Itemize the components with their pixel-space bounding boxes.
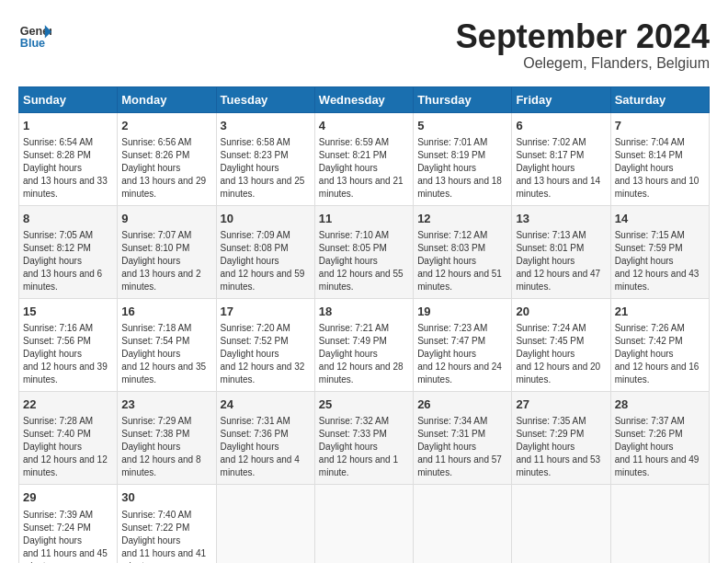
calendar-week: 15Sunrise: 7:16 AMSunset: 7:56 PMDayligh… (19, 298, 710, 391)
table-row: 11Sunrise: 7:10 AMSunset: 8:05 PMDayligh… (314, 205, 413, 298)
day-number: 28 (615, 396, 705, 413)
day-number: 27 (516, 396, 606, 413)
day-number: 9 (121, 211, 211, 227)
table-row (512, 485, 610, 563)
table-row: 23Sunrise: 7:29 AMSunset: 7:38 PMDayligh… (118, 392, 216, 485)
day-number: 24 (221, 396, 311, 413)
day-info: Sunrise: 7:40 AMSunset: 7:22 PMDaylight … (121, 509, 211, 563)
day-info: Sunrise: 7:21 AMSunset: 7:49 PMDaylight … (319, 322, 409, 386)
table-row: 3Sunrise: 6:58 AMSunset: 8:23 PMDaylight… (216, 112, 314, 205)
day-info: Sunrise: 7:26 AMSunset: 7:42 PMDaylight … (615, 322, 705, 386)
table-row: 10Sunrise: 7:09 AMSunset: 8:08 PMDayligh… (216, 205, 314, 298)
day-number: 12 (417, 211, 507, 227)
day-info: Sunrise: 7:37 AMSunset: 7:26 PMDaylight … (615, 415, 705, 479)
day-info: Sunrise: 7:28 AMSunset: 7:40 PMDaylight … (23, 415, 113, 479)
day-number: 21 (615, 304, 705, 320)
table-row: 20Sunrise: 7:24 AMSunset: 7:45 PMDayligh… (512, 298, 610, 391)
col-wednesday: Wednesday (314, 86, 413, 112)
day-info: Sunrise: 7:02 AMSunset: 8:17 PMDaylight … (516, 136, 606, 201)
calendar-week: 8Sunrise: 7:05 AMSunset: 8:12 PMDaylight… (19, 205, 710, 298)
day-number: 14 (615, 211, 705, 227)
table-row: 28Sunrise: 7:37 AMSunset: 7:26 PMDayligh… (610, 392, 709, 485)
title-block: September 2024 Oelegem, Flanders, Belgiu… (456, 18, 710, 72)
day-number: 6 (516, 118, 606, 134)
table-row: 24Sunrise: 7:31 AMSunset: 7:36 PMDayligh… (216, 392, 314, 485)
day-number: 17 (221, 304, 311, 320)
table-row: 12Sunrise: 7:12 AMSunset: 8:03 PMDayligh… (414, 205, 512, 298)
table-row: 6Sunrise: 7:02 AMSunset: 8:17 PMDaylight… (512, 112, 610, 205)
table-row: 13Sunrise: 7:13 AMSunset: 8:01 PMDayligh… (512, 205, 610, 298)
day-number: 16 (121, 304, 211, 320)
table-row: 1Sunrise: 6:54 AMSunset: 8:28 PMDaylight… (19, 112, 118, 205)
calendar-week: 22Sunrise: 7:28 AMSunset: 7:40 PMDayligh… (19, 392, 710, 485)
table-row: 2Sunrise: 6:56 AMSunset: 8:26 PMDaylight… (118, 112, 216, 205)
day-info: Sunrise: 7:31 AMSunset: 7:36 PMDaylight … (221, 415, 311, 479)
table-row: 17Sunrise: 7:20 AMSunset: 7:52 PMDayligh… (216, 298, 314, 391)
day-info: Sunrise: 7:24 AMSunset: 7:45 PMDaylight … (516, 322, 606, 386)
table-row: 21Sunrise: 7:26 AMSunset: 7:42 PMDayligh… (610, 298, 709, 391)
day-number: 1 (23, 118, 113, 134)
table-row: 22Sunrise: 7:28 AMSunset: 7:40 PMDayligh… (19, 392, 118, 485)
day-info: Sunrise: 6:58 AMSunset: 8:23 PMDaylight … (221, 136, 311, 201)
table-row: 15Sunrise: 7:16 AMSunset: 7:56 PMDayligh… (19, 298, 118, 391)
day-number: 18 (319, 304, 409, 320)
calendar-table: Sunday Monday Tuesday Wednesday Thursday… (18, 86, 710, 563)
day-info: Sunrise: 7:32 AMSunset: 7:33 PMDaylight … (319, 415, 409, 479)
day-info: Sunrise: 6:56 AMSunset: 8:26 PMDaylight … (121, 136, 211, 201)
table-row: 14Sunrise: 7:15 AMSunset: 7:59 PMDayligh… (610, 205, 709, 298)
logo: General Blue (18, 18, 51, 52)
table-row: 30Sunrise: 7:40 AMSunset: 7:22 PMDayligh… (118, 485, 216, 563)
logo-icon: General Blue (18, 18, 51, 52)
day-number: 30 (121, 489, 211, 506)
col-tuesday: Tuesday (216, 86, 314, 112)
day-number: 7 (615, 118, 705, 134)
table-row (414, 485, 512, 563)
col-thursday: Thursday (414, 86, 512, 112)
day-number: 3 (221, 118, 311, 134)
col-monday: Monday (118, 86, 216, 112)
table-row: 19Sunrise: 7:23 AMSunset: 7:47 PMDayligh… (414, 298, 512, 391)
table-row (216, 485, 314, 563)
col-friday: Friday (512, 86, 610, 112)
table-row (610, 485, 709, 563)
day-info: Sunrise: 7:01 AMSunset: 8:19 PMDaylight … (417, 136, 507, 201)
page-title: September 2024 (456, 18, 710, 55)
day-info: Sunrise: 6:54 AMSunset: 8:28 PMDaylight … (23, 136, 113, 201)
day-info: Sunrise: 7:13 AMSunset: 8:01 PMDaylight … (516, 229, 606, 293)
table-row: 8Sunrise: 7:05 AMSunset: 8:12 PMDaylight… (19, 205, 118, 298)
calendar-week: 29Sunrise: 7:39 AMSunset: 7:24 PMDayligh… (19, 485, 710, 563)
day-number: 10 (221, 211, 311, 227)
day-info: Sunrise: 7:16 AMSunset: 7:56 PMDaylight … (23, 322, 113, 386)
day-info: Sunrise: 7:39 AMSunset: 7:24 PMDaylight … (23, 509, 113, 563)
day-info: Sunrise: 7:20 AMSunset: 7:52 PMDaylight … (221, 322, 311, 386)
table-row: 29Sunrise: 7:39 AMSunset: 7:24 PMDayligh… (19, 485, 118, 563)
day-number: 5 (417, 118, 507, 134)
calendar-body: 1Sunrise: 6:54 AMSunset: 8:28 PMDaylight… (19, 112, 710, 563)
table-row (314, 485, 413, 563)
day-number: 19 (417, 304, 507, 320)
col-sunday: Sunday (19, 86, 118, 112)
day-info: Sunrise: 6:59 AMSunset: 8:21 PMDaylight … (319, 136, 409, 201)
day-info: Sunrise: 7:04 AMSunset: 8:14 PMDaylight … (615, 136, 705, 201)
day-number: 4 (319, 118, 409, 134)
day-number: 20 (516, 304, 606, 320)
day-info: Sunrise: 7:07 AMSunset: 8:10 PMDaylight … (121, 229, 211, 293)
day-info: Sunrise: 7:18 AMSunset: 7:54 PMDaylight … (121, 322, 211, 386)
day-number: 2 (121, 118, 211, 134)
table-row: 27Sunrise: 7:35 AMSunset: 7:29 PMDayligh… (512, 392, 610, 485)
page-header: General Blue September 2024 Oelegem, Fla… (18, 18, 710, 72)
day-info: Sunrise: 7:10 AMSunset: 8:05 PMDaylight … (319, 229, 409, 293)
day-info: Sunrise: 7:23 AMSunset: 7:47 PMDaylight … (417, 322, 507, 386)
day-info: Sunrise: 7:29 AMSunset: 7:38 PMDaylight … (121, 415, 211, 479)
calendar-week: 1Sunrise: 6:54 AMSunset: 8:28 PMDaylight… (19, 112, 710, 205)
day-number: 11 (319, 211, 409, 227)
day-number: 8 (23, 211, 113, 227)
day-info: Sunrise: 7:15 AMSunset: 7:59 PMDaylight … (615, 229, 705, 293)
day-info: Sunrise: 7:34 AMSunset: 7:31 PMDaylight … (417, 415, 507, 479)
svg-text:Blue: Blue (20, 37, 45, 50)
day-info: Sunrise: 7:09 AMSunset: 8:08 PMDaylight … (221, 229, 311, 293)
table-row: 16Sunrise: 7:18 AMSunset: 7:54 PMDayligh… (118, 298, 216, 391)
day-number: 29 (23, 489, 113, 506)
day-number: 13 (516, 211, 606, 227)
table-row: 4Sunrise: 6:59 AMSunset: 8:21 PMDaylight… (314, 112, 413, 205)
